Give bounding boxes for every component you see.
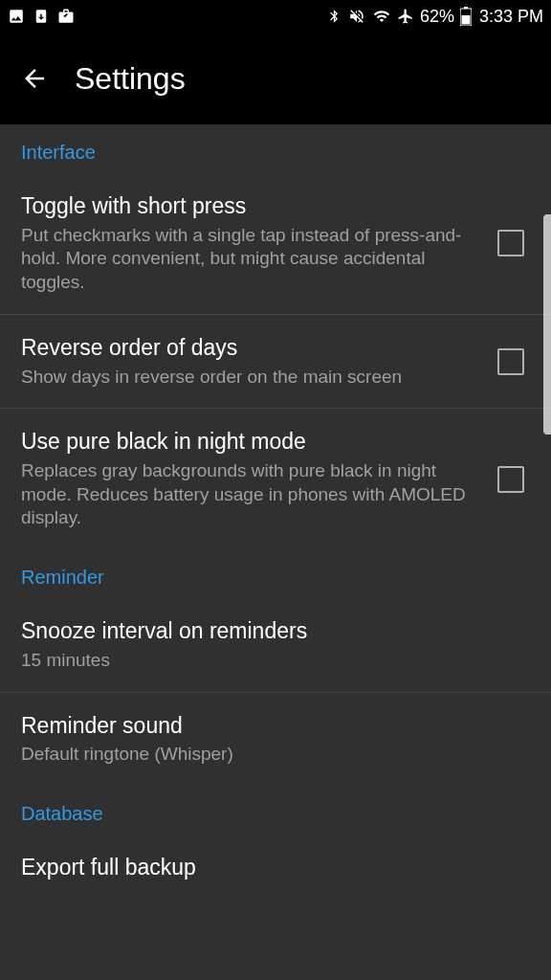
setting-title: Snooze interval on reminders <box>21 617 518 645</box>
setting-reminder-sound[interactable]: Reminder sound Default ringtone (Whisper… <box>0 693 551 786</box>
checkbox[interactable] <box>497 348 524 375</box>
wifi-icon <box>372 8 391 25</box>
status-bar: 62% 3:33 PM <box>0 0 551 33</box>
battery-percent: 62% <box>420 7 454 27</box>
bluetooth-icon <box>327 8 342 25</box>
scroll-indicator[interactable] <box>543 214 551 434</box>
setting-reverse-days[interactable]: Reverse order of days Show days in rever… <box>0 315 551 409</box>
setting-desc: Show days in reverse order on the main s… <box>21 366 486 390</box>
airplane-icon <box>397 8 414 25</box>
setting-title: Use pure black in night mode <box>21 428 486 456</box>
section-header-reminder: Reminder <box>0 549 551 598</box>
section-header-interface: Interface <box>0 124 551 173</box>
setting-desc: 15 minutes <box>21 649 518 673</box>
checkbox[interactable] <box>497 466 524 493</box>
setting-title: Reverse order of days <box>21 334 486 362</box>
svg-rect-1 <box>464 7 468 9</box>
battery-icon <box>460 7 472 26</box>
arrow-back-icon <box>20 64 49 93</box>
svg-rect-2 <box>461 15 470 25</box>
setting-title: Toggle with short press <box>21 192 486 220</box>
setting-title: Reminder sound <box>21 712 518 740</box>
clock: 3:33 PM <box>479 7 543 27</box>
setting-snooze-interval[interactable]: Snooze interval on reminders 15 minutes <box>0 598 551 692</box>
app-bar: Settings <box>0 33 551 124</box>
vibrate-icon <box>347 8 366 25</box>
setting-title: Export full backup <box>21 854 518 881</box>
checkbox[interactable] <box>497 230 524 256</box>
section-header-database: Database <box>0 786 551 835</box>
image-icon <box>8 8 25 25</box>
settings-list: Interface Toggle with short press Put ch… <box>0 124 551 980</box>
setting-desc: Put checkmarks with a single tap instead… <box>21 224 486 295</box>
download-icon <box>33 8 50 25</box>
back-button[interactable] <box>19 63 50 94</box>
setting-export-backup[interactable]: Export full backup <box>0 835 551 885</box>
page-title: Settings <box>75 61 186 97</box>
setting-pure-black[interactable]: Use pure black in night mode Replaces gr… <box>0 409 551 549</box>
briefcase-icon <box>57 8 75 25</box>
setting-desc: Default ringtone (Whisper) <box>21 743 518 767</box>
setting-toggle-short-press[interactable]: Toggle with short press Put checkmarks w… <box>0 173 551 315</box>
setting-desc: Replaces gray backgrounds with pure blac… <box>21 459 486 530</box>
